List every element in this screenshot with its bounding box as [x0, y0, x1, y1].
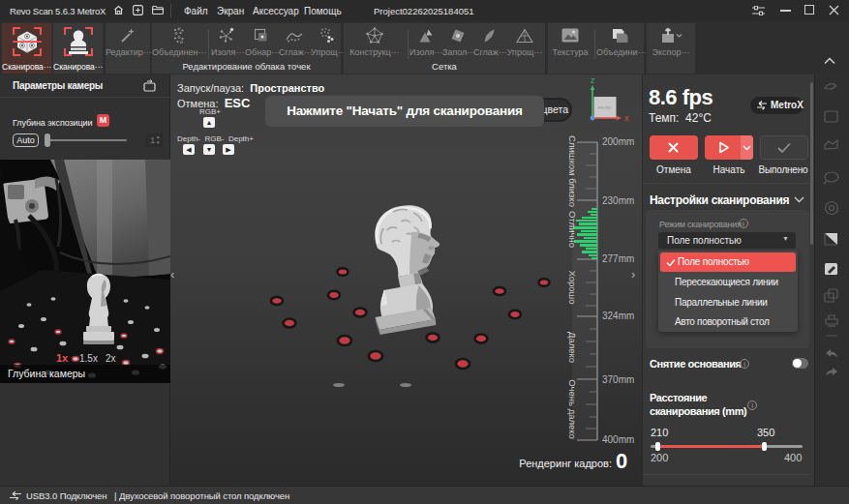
svg-text:Глубина камеры: Глубина камеры — [8, 368, 85, 379]
svg-text:1x: 1x — [56, 352, 69, 364]
svg-text:2x: 2x — [106, 353, 116, 364]
svg-text:1.5x: 1.5x — [79, 353, 98, 364]
